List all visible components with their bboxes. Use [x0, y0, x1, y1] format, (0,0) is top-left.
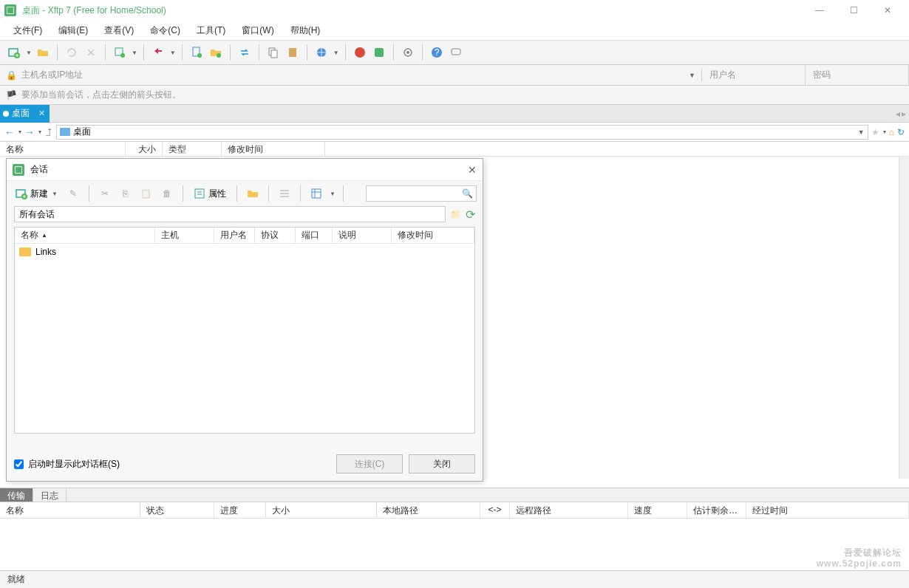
dropdown-arrow-icon[interactable]: ▼ — [170, 49, 176, 56]
globe-icon[interactable] — [313, 44, 330, 61]
menu-view[interactable]: 查看(V) — [98, 22, 140, 39]
col-mtime[interactable]: 修改时间 — [222, 142, 325, 156]
dialog-address[interactable]: 所有会话 — [14, 206, 446, 222]
svg-text:?: ? — [434, 47, 439, 58]
menu-command[interactable]: 命令(C) — [144, 22, 186, 39]
address-bar[interactable]: 桌面 ▼ — [56, 125, 868, 140]
refresh-icon[interactable]: ⟳ — [466, 208, 475, 222]
tab-log[interactable]: 日志 — [33, 488, 67, 502]
dropdown-arrow-icon[interactable]: ▼ — [858, 129, 865, 136]
minimize-button[interactable]: — — [803, 0, 837, 21]
dropdown-arrow-icon[interactable]: ▾ — [18, 129, 21, 135]
col-type[interactable]: 类型 — [163, 142, 222, 156]
tab-close-icon[interactable]: ✕ — [38, 109, 45, 118]
col-port[interactable]: 端口 — [296, 228, 333, 243]
col-local[interactable]: 本地路径 — [377, 502, 480, 518]
xftp-icon[interactable] — [371, 44, 387, 61]
tab-transfer[interactable]: 传输 — [0, 488, 33, 502]
close-button[interactable]: 关闭 — [409, 454, 475, 474]
disconnect-icon[interactable] — [83, 44, 99, 61]
sync-icon[interactable] — [236, 44, 253, 61]
tab-nav: ◂ ▸ — [896, 109, 906, 119]
menu-edit[interactable]: 编辑(E) — [52, 22, 94, 39]
transfer-list[interactable] — [0, 519, 909, 567]
close-button[interactable]: ✕ — [871, 0, 905, 21]
menu-help[interactable]: 帮助(H) — [285, 22, 327, 39]
favorite-icon[interactable]: ★ — [871, 127, 879, 137]
svg-rect-21 — [280, 190, 289, 191]
host-field[interactable]: 🔒 主机名或IP地址 ▼ — [0, 69, 702, 81]
tab-prev-icon[interactable]: ◂ — [896, 109, 900, 119]
col-mtime[interactable]: 修改时间 — [392, 228, 474, 243]
scrollbar[interactable] — [899, 157, 909, 479]
new-folder-icon[interactable] — [208, 44, 224, 61]
xshell-icon[interactable] — [352, 44, 368, 61]
checkbox-input[interactable] — [14, 459, 24, 469]
new-file-icon[interactable] — [188, 44, 205, 61]
list-view-icon[interactable] — [276, 185, 293, 202]
settings-icon[interactable] — [400, 44, 416, 61]
browse-icon[interactable]: 📁 — [450, 209, 461, 219]
dropdown-arrow-icon[interactable]: ▼ — [333, 49, 339, 56]
new-button[interactable]: 新建 ▼ — [13, 185, 61, 202]
copy-icon: ⎘ — [118, 185, 134, 202]
col-desc[interactable]: 说明 — [333, 228, 392, 243]
dialog-close-icon[interactable]: ✕ — [468, 164, 477, 176]
dropdown-arrow-icon[interactable]: ▼ — [26, 49, 32, 56]
dialog-toolbar: 新建 ▼ ✎ ✂ ⎘ 📋 🗑 属性 ▼ 🔍 — [7, 181, 483, 206]
nav-back-icon[interactable]: ← — [4, 126, 15, 138]
dropdown-arrow-icon[interactable]: ▾ — [38, 129, 41, 135]
tab-desktop[interactable]: 桌面 ✕ — [0, 105, 50, 123]
new-window-icon[interactable] — [112, 44, 128, 61]
col-size[interactable]: 大小 — [126, 142, 163, 156]
properties-button[interactable]: 属性 — [191, 185, 229, 202]
col-remote[interactable]: 远程路径 — [510, 502, 628, 518]
show-on-start-checkbox[interactable]: 启动时显示此对话框(S) — [14, 458, 120, 471]
window-title: 桌面 - Xftp 7 (Free for Home/School) — [22, 4, 803, 17]
col-size[interactable]: 大小 — [266, 502, 377, 518]
nav-forward-icon[interactable]: → — [24, 126, 35, 138]
reconnect-icon[interactable] — [64, 44, 80, 61]
col-proto[interactable]: 协议 — [255, 228, 296, 243]
folder-icon[interactable] — [245, 185, 261, 202]
dialog-search[interactable]: 🔍 — [366, 185, 477, 202]
dropdown-arrow-icon[interactable]: ▼ — [132, 49, 137, 56]
title-bar: 桌面 - Xftp 7 (Free for Home/School) — ☐ ✕ — [0, 0, 909, 21]
help-icon[interactable]: ? — [429, 44, 445, 61]
tab-next-icon[interactable]: ▸ — [902, 109, 906, 119]
col-progress[interactable]: 进度 — [214, 502, 266, 518]
col-name[interactable]: 名称▲ — [15, 228, 155, 243]
col-name[interactable]: 名称 — [0, 142, 126, 156]
menu-file[interactable]: 文件(F) — [7, 22, 48, 39]
username-field[interactable]: 用户名 — [702, 65, 806, 85]
nav-up-icon[interactable]: ⮥ — [44, 127, 53, 137]
session-row-links[interactable]: Links — [15, 244, 474, 260]
open-folder-icon[interactable] — [35, 44, 51, 61]
col-arrow[interactable]: <-> — [480, 502, 510, 518]
col-status[interactable]: 状态 — [140, 502, 214, 518]
menu-window[interactable]: 窗口(W) — [236, 22, 279, 39]
col-elapsed[interactable]: 经过时间 — [746, 502, 909, 518]
col-eta[interactable]: 估计剩余… — [687, 502, 746, 518]
bookmark-icon[interactable]: 🏴 — [6, 90, 17, 100]
paste-icon[interactable] — [285, 44, 301, 61]
details-view-icon[interactable] — [308, 185, 324, 202]
copy-icon[interactable] — [265, 44, 282, 61]
dropdown-arrow-icon[interactable]: ▾ — [883, 129, 886, 135]
dropdown-arrow-icon[interactable]: ▼ — [330, 191, 336, 197]
connect-button[interactable]: 连接(C) — [336, 454, 403, 474]
password-field[interactable]: 密码 — [806, 65, 909, 85]
dropdown-arrow-icon[interactable]: ▼ — [689, 72, 695, 79]
host-placeholder: 主机名或IP地址 — [21, 69, 83, 81]
col-speed[interactable]: 速度 — [628, 502, 687, 518]
col-host[interactable]: 主机 — [155, 228, 214, 243]
col-name[interactable]: 名称 — [0, 502, 140, 518]
maximize-button[interactable]: ☐ — [837, 0, 871, 21]
new-session-icon[interactable] — [6, 44, 22, 61]
home-icon[interactable]: ⌂ — [889, 127, 894, 137]
menu-tools[interactable]: 工具(T) — [191, 22, 231, 39]
col-user[interactable]: 用户名 — [214, 228, 255, 243]
transfer-icon[interactable] — [150, 44, 166, 61]
refresh-icon[interactable]: ↻ — [897, 127, 905, 137]
chat-icon[interactable] — [448, 44, 464, 61]
